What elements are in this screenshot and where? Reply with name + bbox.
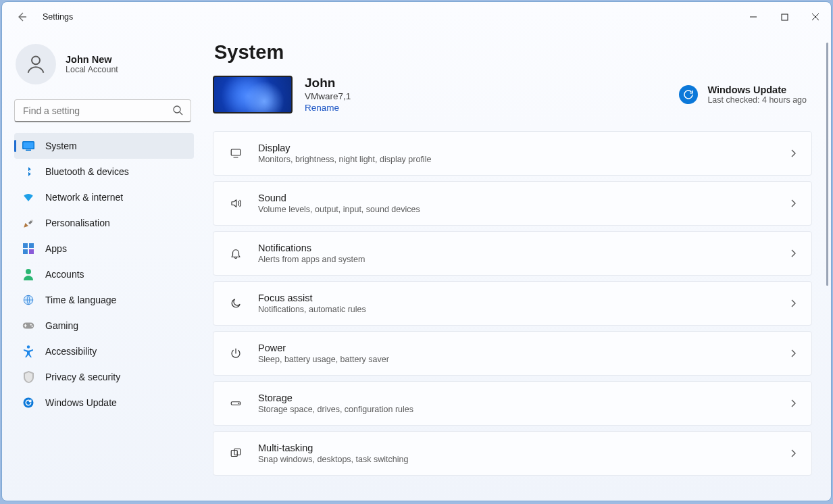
windows-update-status[interactable]: Windows Update Last checked: 4 hours ago bbox=[679, 84, 812, 105]
card-sound[interactable]: SoundVolume levels, output, input, sound… bbox=[213, 181, 812, 226]
sidebar-item-label: Privacy & security bbox=[45, 372, 120, 382]
device-name: John bbox=[305, 76, 351, 91]
window-controls bbox=[738, 6, 831, 28]
sidebar-item-accessibility[interactable]: Accessibility bbox=[14, 338, 194, 364]
sidebar-item-personalisation[interactable]: Personalisation bbox=[14, 210, 194, 236]
svg-point-13 bbox=[30, 324, 32, 325]
card-title: Multi-tasking bbox=[258, 443, 775, 453]
user-name: John New bbox=[66, 54, 118, 65]
svg-rect-8 bbox=[23, 249, 28, 254]
user-card[interactable]: John New Local Account bbox=[6, 41, 199, 94]
card-multi-tasking[interactable]: Multi-taskingSnap windows, desktops, tas… bbox=[213, 431, 812, 476]
title-bar: Settings bbox=[2, 2, 831, 32]
search-box bbox=[14, 99, 191, 122]
moon-icon bbox=[227, 297, 245, 309]
sidebar-item-label: Time & language bbox=[45, 295, 116, 305]
svg-point-15 bbox=[27, 345, 30, 348]
chevron-right-icon bbox=[788, 199, 798, 208]
card-subtitle: Alerts from apps and system bbox=[258, 255, 775, 264]
sidebar-item-windows-update[interactable]: Windows Update bbox=[14, 390, 194, 415]
sidebar-item-system[interactable]: System bbox=[14, 133, 194, 159]
page-title: System bbox=[214, 41, 812, 64]
arrow-left-icon bbox=[16, 11, 27, 22]
sidebar-item-label: Personalisation bbox=[45, 218, 110, 228]
card-subtitle: Monitors, brightness, night light, displ… bbox=[258, 155, 775, 164]
app-title: Settings bbox=[43, 12, 73, 22]
svg-point-2 bbox=[174, 106, 180, 113]
rename-link[interactable]: Rename bbox=[305, 103, 339, 113]
personalisation-icon bbox=[22, 217, 34, 229]
sidebar-item-label: System bbox=[45, 141, 77, 151]
search-icon bbox=[172, 105, 183, 116]
device-thumbnail[interactable] bbox=[213, 76, 293, 114]
chevron-right-icon bbox=[788, 449, 798, 458]
svg-rect-5 bbox=[26, 150, 31, 151]
svg-rect-0 bbox=[782, 14, 788, 20]
card-subtitle: Volume levels, output, input, sound devi… bbox=[258, 205, 775, 214]
card-title: Display bbox=[258, 143, 775, 153]
card-title: Sound bbox=[258, 193, 775, 203]
sidebar-item-apps[interactable]: Apps bbox=[14, 236, 194, 261]
minimize-icon bbox=[749, 13, 757, 21]
sidebar-item-bluetooth-devices[interactable]: Bluetooth & devices bbox=[14, 159, 194, 184]
settings-cards: DisplayMonitors, brightness, night light… bbox=[213, 131, 812, 489]
close-button[interactable] bbox=[800, 6, 831, 28]
settings-window: Settings John New Local Account bbox=[1, 1, 832, 501]
svg-rect-4 bbox=[24, 143, 34, 149]
card-subtitle: Storage space, drives, configuration rul… bbox=[258, 405, 775, 414]
apps-icon bbox=[22, 243, 34, 254]
maximize-button[interactable] bbox=[769, 6, 800, 28]
bluetooth-icon bbox=[22, 166, 34, 177]
sidebar-nav: SystemBluetooth & devicesNetwork & inter… bbox=[6, 133, 199, 415]
sidebar-item-label: Bluetooth & devices bbox=[45, 166, 129, 177]
main-content: System John VMware7,1 Rename Windows U bbox=[209, 32, 831, 501]
search-input[interactable] bbox=[14, 99, 191, 122]
card-power[interactable]: PowerSleep, battery usage, battery saver bbox=[213, 331, 812, 376]
update-icon bbox=[22, 397, 34, 409]
avatar bbox=[16, 44, 56, 84]
sidebar-item-network-internet[interactable]: Network & internet bbox=[14, 184, 194, 210]
time-language-icon bbox=[22, 294, 34, 306]
card-title: Power bbox=[258, 343, 775, 353]
accounts-icon bbox=[22, 268, 34, 280]
update-title: Windows Update bbox=[707, 84, 807, 95]
sidebar-item-accounts[interactable]: Accounts bbox=[14, 261, 194, 287]
card-title: Storage bbox=[258, 393, 775, 403]
card-subtitle: Snap windows, desktops, task switching bbox=[258, 455, 775, 464]
svg-point-14 bbox=[32, 326, 33, 327]
sidebar-item-label: Apps bbox=[45, 243, 67, 254]
storage-icon bbox=[227, 397, 245, 409]
sidebar-item-label: Accessibility bbox=[45, 346, 97, 357]
sidebar-item-label: Accounts bbox=[45, 269, 84, 280]
wifi-icon bbox=[22, 192, 34, 203]
gaming-icon bbox=[22, 321, 34, 330]
card-notifications[interactable]: NotificationsAlerts from apps and system bbox=[213, 231, 812, 276]
svg-point-1 bbox=[32, 56, 40, 64]
sidebar-item-label: Gaming bbox=[45, 320, 78, 331]
chevron-right-icon bbox=[788, 149, 798, 158]
maximize-icon bbox=[781, 14, 788, 21]
card-subtitle: Notifications, automatic rules bbox=[258, 305, 775, 314]
sidebar-item-time-language[interactable]: Time & language bbox=[14, 287, 194, 313]
svg-rect-6 bbox=[23, 243, 28, 248]
accessibility-icon bbox=[22, 345, 34, 357]
sidebar-item-label: Network & internet bbox=[45, 192, 123, 203]
card-display[interactable]: DisplayMonitors, brightness, night light… bbox=[213, 131, 812, 176]
power-icon bbox=[227, 347, 245, 359]
card-focus-assist[interactable]: Focus assistNotifications, automatic rul… bbox=[213, 281, 812, 326]
svg-point-16 bbox=[24, 398, 34, 408]
card-storage[interactable]: StorageStorage space, drives, configurat… bbox=[213, 381, 812, 426]
sidebar: John New Local Account SystemBluetooth &… bbox=[2, 32, 209, 501]
card-subtitle: Sleep, battery usage, battery saver bbox=[258, 355, 775, 364]
scrollbar[interactable] bbox=[826, 43, 828, 286]
card-title: Focus assist bbox=[258, 293, 775, 303]
sound-icon bbox=[227, 197, 245, 209]
sidebar-item-privacy-security[interactable]: Privacy & security bbox=[14, 364, 194, 390]
privacy-icon bbox=[22, 371, 34, 383]
chevron-right-icon bbox=[788, 349, 798, 358]
minimize-button[interactable] bbox=[738, 6, 769, 28]
sidebar-item-gaming[interactable]: Gaming bbox=[14, 313, 194, 338]
svg-rect-7 bbox=[29, 243, 34, 248]
chevron-right-icon bbox=[788, 299, 798, 308]
back-button[interactable] bbox=[14, 9, 29, 24]
